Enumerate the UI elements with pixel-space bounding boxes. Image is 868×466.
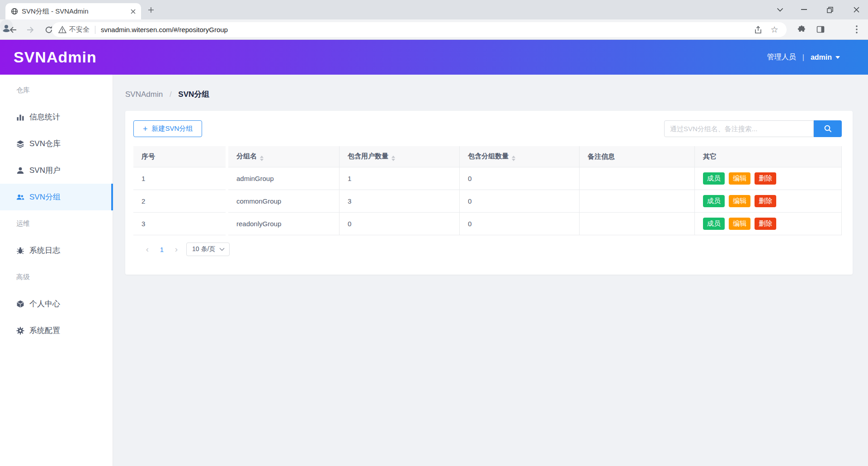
extensions-puzzle-icon[interactable] — [796, 24, 807, 35]
table-row: 2 commonGroup 3 0 成员 编辑 删除 — [133, 190, 842, 213]
sidebar-item-svn-groups[interactable]: SVN分组 — [0, 184, 113, 210]
svn-groups-card: + 新建SVN分组 序号 分组名 — [125, 111, 853, 275]
table-row: 3 readonlyGroup 0 0 成员 编辑 删除 — [133, 213, 842, 235]
role-link[interactable]: 管理人员 — [767, 52, 796, 62]
delete-button[interactable]: 删除 — [755, 218, 776, 230]
cell-user-count: 1 — [340, 167, 460, 190]
bug-icon — [16, 247, 24, 255]
pagination-page-1[interactable]: 1 — [155, 242, 169, 257]
window-restore-button[interactable] — [819, 0, 841, 19]
app-header: SVNAdmin 管理人员 | admin — [0, 40, 868, 75]
column-header-actions: 其它 — [695, 146, 842, 167]
cell-user-count: 0 — [340, 213, 460, 235]
sort-caret-icon[interactable] — [392, 156, 395, 161]
cell-seq: 1 — [133, 167, 226, 190]
back-button[interactable] — [7, 24, 18, 35]
delete-button[interactable]: 删除 — [755, 195, 776, 207]
cell-group-count: 0 — [460, 167, 580, 190]
window-minimize-button[interactable] — [793, 0, 815, 19]
edit-button[interactable]: 编辑 — [729, 195, 750, 207]
sidebar-item-label: SVN仓库 — [29, 138, 61, 149]
address-bar[interactable]: 不安全 svnadmin.witersen.com/#/repositoryGr… — [52, 22, 787, 37]
forward-button[interactable] — [25, 24, 36, 35]
layers-icon — [16, 140, 24, 148]
cell-group-name: adminGroup — [228, 167, 340, 190]
sidebar-item-profile-center[interactable]: 个人中心 — [0, 290, 113, 317]
browser-tab-strip: SVN分组 - SVNAdmin — [0, 0, 868, 19]
header-user-area: 管理人员 | admin — [767, 52, 840, 62]
column-header-group-count[interactable]: 包含分组数量 — [460, 146, 580, 167]
browser-menu-dots-icon[interactable] — [851, 24, 862, 35]
member-button[interactable]: 成员 — [703, 195, 725, 207]
bookmark-star-icon[interactable]: ☆ — [769, 25, 779, 35]
plus-icon: + — [143, 125, 148, 133]
user-dropdown[interactable]: admin — [811, 53, 840, 62]
sidebar-section-repository: 仓库 — [0, 77, 113, 104]
pagination-prev-icon[interactable]: ‹ — [140, 242, 155, 257]
share-icon[interactable] — [753, 25, 763, 35]
tab-search-chevron-icon[interactable] — [769, 0, 791, 19]
sidebar-item-system-config[interactable]: 系统配置 — [0, 317, 113, 344]
cell-remark — [580, 190, 695, 213]
column-header-user-count[interactable]: 包含用户数量 — [340, 146, 460, 167]
search-group — [664, 120, 842, 137]
table-header-row: 序号 分组名 包含用户数量 包含分组数量 备注信息 — [133, 146, 842, 167]
sidebar-section-operations: 运维 — [0, 210, 113, 237]
tab-close-icon[interactable] — [128, 7, 137, 16]
edit-button[interactable]: 编辑 — [729, 218, 750, 230]
security-label[interactable]: 不安全 — [69, 25, 90, 34]
sidebar: 仓库 信息统计 SVN仓库 SVN用户 SVN分组 运维 系统日志 高级 — [0, 75, 113, 466]
browser-toolbar: 不安全 svnadmin.witersen.com/#/repositoryGr… — [0, 19, 868, 40]
cell-user-count: 3 — [340, 190, 460, 213]
sort-caret-icon[interactable] — [260, 156, 264, 161]
url-text[interactable]: svnadmin.witersen.com/#/repositoryGroup — [101, 26, 228, 33]
cell-group-name: commonGroup — [228, 190, 340, 213]
browser-tab[interactable]: SVN分组 - SVNAdmin — [5, 3, 141, 19]
sidebar-item-statistics[interactable]: 信息统计 — [0, 104, 113, 130]
url-divider — [95, 26, 95, 34]
new-tab-button[interactable] — [146, 5, 156, 15]
page-size-select[interactable]: 10 条/页 — [186, 243, 230, 256]
sidebar-item-label: SVN分组 — [29, 192, 61, 202]
delete-button[interactable]: 删除 — [755, 172, 776, 185]
sidebar-item-svn-users[interactable]: SVN用户 — [0, 157, 113, 184]
cell-group-name: readonlyGroup — [228, 213, 340, 235]
column-header-remark: 备注信息 — [580, 146, 695, 167]
cell-seq: 2 — [133, 190, 226, 213]
window-close-button[interactable] — [845, 0, 868, 19]
table-row: 1 adminGroup 1 0 成员 编辑 删除 — [133, 167, 842, 190]
sidebar-item-label: SVN用户 — [29, 165, 61, 176]
sidebar-item-label: 信息统计 — [29, 112, 60, 122]
breadcrumb-root[interactable]: SVNAdmin — [125, 90, 163, 99]
svn-groups-table: 序号 分组名 包含用户数量 包含分组数量 备注信息 — [133, 146, 842, 235]
user-icon — [16, 166, 24, 175]
cell-actions: 成员 编辑 删除 — [695, 213, 842, 235]
username: admin — [811, 53, 832, 62]
not-secure-warning-icon[interactable] — [58, 26, 66, 33]
cube-icon — [16, 300, 24, 308]
breadcrumb-current: SVN分组 — [178, 90, 209, 99]
sidebar-item-system-logs[interactable]: 系统日志 — [0, 237, 113, 264]
search-icon — [824, 124, 832, 133]
cell-remark — [580, 167, 695, 190]
edit-button[interactable]: 编辑 — [729, 172, 750, 185]
new-svn-group-button[interactable]: + 新建SVN分组 — [133, 120, 202, 137]
globe-favicon-icon — [11, 8, 18, 15]
sidebar-section-advanced: 高级 — [0, 264, 113, 290]
users-icon — [16, 193, 24, 201]
side-panel-icon[interactable] — [815, 24, 826, 35]
search-input[interactable] — [664, 120, 814, 137]
search-button[interactable] — [814, 120, 842, 137]
column-header-group-name[interactable]: 分组名 — [228, 146, 340, 167]
column-header-seq: 序号 — [133, 146, 226, 167]
header-divider: | — [802, 53, 804, 62]
member-button[interactable]: 成员 — [703, 172, 725, 185]
tab-title: SVN分组 - SVNAdmin — [22, 7, 128, 16]
gear-icon — [16, 327, 24, 335]
member-button[interactable]: 成员 — [703, 218, 725, 230]
pagination-next-icon[interactable]: › — [169, 242, 184, 257]
cell-actions: 成员 编辑 删除 — [695, 190, 842, 213]
app-logo[interactable]: SVNAdmin — [14, 48, 97, 66]
sidebar-item-svn-repository[interactable]: SVN仓库 — [0, 130, 113, 157]
sort-caret-icon[interactable] — [512, 156, 515, 161]
